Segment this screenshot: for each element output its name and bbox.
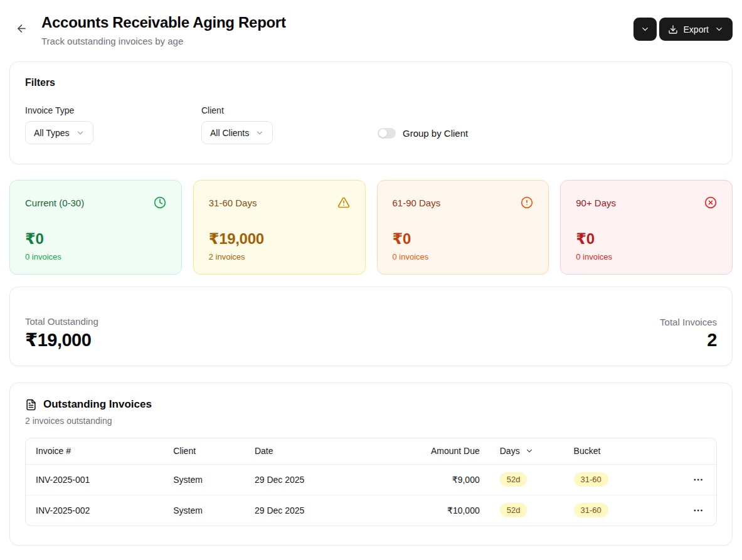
- bucket-card-31-60: 31-60 Days ₹19,000 2 invoices: [193, 180, 366, 275]
- bucket-amount: ₹0: [576, 230, 717, 248]
- filters-title: Filters: [25, 77, 717, 88]
- table-header-row: Invoice # Client Date Amount Due Days: [26, 438, 716, 464]
- page-subtitle: Track outstanding invoices by age: [41, 36, 633, 46]
- chevron-down-icon: [714, 24, 724, 34]
- page-title: Accounts Receivable Aging Report: [41, 14, 633, 31]
- group-by-client-toggle[interactable]: [378, 128, 396, 139]
- column-header-amount-due: Amount Due: [396, 438, 490, 464]
- page-header: Accounts Receivable Aging Report Track o…: [9, 0, 733, 46]
- invoices-section-subtitle: 2 invoices outstanding: [25, 416, 717, 426]
- bucket-invoice-count: 2 invoices: [209, 252, 350, 262]
- bucket-title: Current (0-30): [25, 198, 84, 208]
- bucket-badge: 31-60: [574, 472, 608, 487]
- bucket-card-61-90: 61-90 Days ₹0 0 invoices: [377, 180, 549, 275]
- outstanding-invoices-card: Outstanding Invoices 2 invoices outstand…: [9, 383, 733, 546]
- column-header-invoice: Invoice #: [26, 438, 163, 464]
- bucket-title: 90+ Days: [576, 198, 616, 208]
- chevron-down-icon: [640, 24, 650, 34]
- bucket-amount: ₹0: [25, 230, 166, 248]
- days-badge: 52d: [500, 503, 527, 517]
- chevron-down-icon: [76, 129, 85, 137]
- aging-buckets-row: Current (0-30) ₹0 0 invoices 31-60 Days …: [9, 180, 733, 275]
- clock-icon: [154, 196, 166, 209]
- bucket-invoice-count: 0 invoices: [25, 252, 166, 262]
- bucket-card-current: Current (0-30) ₹0 0 invoices: [9, 180, 182, 275]
- column-header-days-label: Days: [500, 446, 520, 456]
- download-icon: [668, 24, 678, 34]
- bucket-invoice-count: 0 invoices: [393, 252, 534, 262]
- row-actions-menu-button[interactable]: ⋯: [689, 471, 708, 488]
- bucket-title: 61-90 Days: [393, 198, 441, 208]
- client-select[interactable]: All Clients: [201, 121, 273, 144]
- invoices-section-title: Outstanding Invoices: [43, 398, 152, 411]
- date-cell: 29 Dec 2025: [245, 464, 396, 495]
- totals-card: Total Outstanding ₹19,000 Total Invoices…: [9, 287, 733, 366]
- bucket-invoice-count: 0 invoices: [576, 252, 717, 262]
- bucket-title: 31-60 Days: [209, 198, 257, 208]
- alert-triangle-icon: [337, 196, 350, 209]
- invoice-number-cell: INV-2025-002: [26, 495, 163, 526]
- bucket-card-90-plus: 90+ Days ₹0 0 invoices: [560, 180, 733, 275]
- column-header-date: Date: [245, 438, 396, 464]
- ar-aging-report-page: Accounts Receivable Aging Report Track o…: [0, 0, 742, 546]
- arrow-left-icon: [16, 23, 28, 34]
- invoices-table: Invoice # Client Date Amount Due Days: [25, 438, 717, 526]
- invoice-type-select[interactable]: All Types: [25, 121, 93, 144]
- alert-circle-icon: [521, 196, 533, 209]
- back-button[interactable]: [11, 18, 32, 39]
- date-cell: 29 Dec 2025: [245, 495, 396, 526]
- table-row: INV-2025-001 System 29 Dec 2025 ₹9,000 5…: [26, 464, 716, 495]
- amount-due-cell: ₹10,000: [396, 495, 490, 526]
- amount-due-cell: ₹9,000: [396, 464, 490, 495]
- client-value: All Clients: [210, 128, 249, 138]
- invoice-number-cell: INV-2025-001: [26, 464, 163, 495]
- bucket-amount: ₹0: [393, 230, 534, 248]
- column-header-client: Client: [163, 438, 245, 464]
- file-text-icon: [25, 399, 37, 411]
- client-cell: System: [163, 464, 245, 495]
- export-button-label: Export: [684, 24, 709, 34]
- invoice-type-label: Invoice Type: [25, 105, 201, 115]
- table-row: INV-2025-002 System 29 Dec 2025 ₹10,000 …: [26, 495, 716, 526]
- x-circle-icon: [704, 196, 717, 209]
- days-badge: 52d: [500, 472, 527, 487]
- bucket-badge: 31-60: [574, 503, 608, 517]
- total-invoices-value: 2: [660, 330, 717, 351]
- filters-card: Filters Invoice Type All Types Client Al…: [9, 61, 733, 164]
- column-header-days-sort[interactable]: Days: [500, 446, 534, 456]
- total-outstanding-value: ₹19,000: [25, 329, 98, 351]
- column-header-bucket: Bucket: [564, 438, 670, 464]
- total-outstanding-label: Total Outstanding: [25, 316, 98, 327]
- client-cell: System: [163, 495, 245, 526]
- total-invoices-label: Total Invoices: [660, 317, 717, 327]
- chevron-down-icon: [255, 129, 264, 137]
- header-dropdown-button[interactable]: [633, 18, 657, 41]
- group-by-client-label: Group by Client: [403, 128, 468, 139]
- invoice-type-value: All Types: [34, 128, 70, 138]
- chevron-down-icon: [525, 446, 534, 455]
- row-actions-menu-button[interactable]: ⋯: [689, 502, 708, 519]
- bucket-amount: ₹19,000: [209, 230, 350, 248]
- client-label: Client: [201, 105, 378, 115]
- export-button[interactable]: Export: [659, 18, 733, 41]
